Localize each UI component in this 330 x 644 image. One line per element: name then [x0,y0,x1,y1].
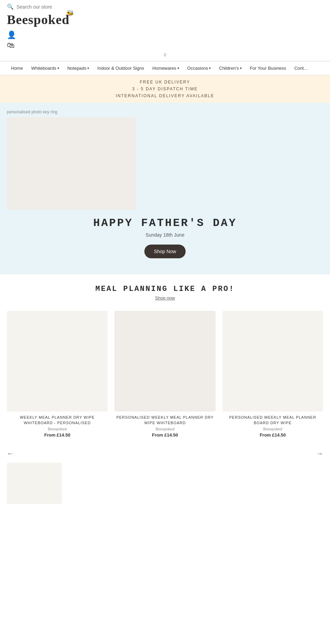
logo-text-label: Beespoked [7,12,69,27]
nav-business[interactable]: For Your Business [246,61,290,75]
product-name-1: WEEKLY MEAL PLANNER DRY WIPE WHITEBOARD … [7,415,108,426]
hero-text: HAPPY FATHER'S DAY Sunday 18th June Shop… [7,217,323,258]
price-value-3: £14.50 [272,432,286,438]
cart-count: 0 [7,53,323,57]
product-name-2: PERSONALISED WEEKLY MEAL PLANNER DRY WIP… [114,415,215,426]
price-prefix-2: From [152,432,163,438]
product-image-2 [114,311,215,411]
nav-home[interactable]: Home [7,61,27,75]
hero-product-image [7,117,136,210]
account-icon[interactable]: 👤 [7,31,323,39]
product-image-1 [7,311,108,411]
bottom-product-area [0,463,330,514]
chevron-down-icon: ▾ [209,66,211,70]
product-brand-3: Beespoked [263,427,282,431]
bee-icon: 🐝 [66,10,74,17]
product-card-3[interactable]: PERSONALISED WEEKLY MEAL PLANNER BOARD D… [222,311,323,438]
products-grid: WEEKLY MEAL PLANNER DRY WIPE WHITEBOARD … [0,304,330,444]
chevron-down-icon: ▾ [240,66,242,70]
meal-section-link[interactable]: Shop now [7,295,323,301]
nav-notepads[interactable]: Notepads▾ [63,61,94,75]
banner-line3: INTERNATIONAL DELIVERY AVAILABLE [0,92,330,99]
main-nav: Home Whiteboards▾ Notepads▾ Indoor & Out… [0,61,330,75]
product-brand-1: Beespoked [48,427,67,431]
banner-line2: 3 - 5 DAY DISPATCH TIME [0,86,330,92]
banner-line1: FREE UK DELIVERY [0,79,330,86]
nav-whiteboards[interactable]: Whiteboards▾ [27,61,63,75]
product-image-3 [222,311,323,411]
header: 🔍 Beespoked 🐝 👤 🛍 0 [0,0,330,61]
price-prefix-3: From [260,432,271,438]
product-card-extra[interactable] [7,463,62,507]
chevron-down-icon: ▾ [57,66,59,70]
meal-section-header: MEAL PLANNING LIKE A PRO! Shop now [0,274,330,304]
product-brand-2: Beespoked [155,427,174,431]
price-prefix-1: From [44,432,56,438]
hero-section: personalised photo key ring HAPPY FATHER… [0,103,330,274]
product-price-3: From £14.50 [260,432,286,438]
price-value-2: £14.50 [164,432,178,438]
nav-childrens[interactable]: Children's▾ [215,61,245,75]
carousel-controls: ← → [0,444,330,463]
product-card-1[interactable]: WEEKLY MEAL PLANNER DRY WIPE WHITEBOARD … [7,311,108,438]
product-price-2: From £14.50 [152,432,178,438]
shop-now-button[interactable]: Shop Now [144,245,186,258]
product-image-extra [7,463,62,504]
product-name-3: PERSONALISED WEEKLY MEAL PLANNER BOARD D… [222,415,323,426]
search-bar[interactable]: 🔍 [7,3,323,10]
logo-area: Beespoked 🐝 [7,13,323,27]
product-card-2[interactable]: PERSONALISED WEEKLY MEAL PLANNER DRY WIP… [114,311,215,438]
logo[interactable]: Beespoked 🐝 [7,13,69,27]
search-icon: 🔍 [7,3,14,10]
meal-section-title: MEAL PLANNING LIKE A PRO! [7,285,323,293]
carousel-next-button[interactable]: → [313,448,327,459]
carousel-prev-button[interactable]: ← [3,448,17,459]
nav-homewares[interactable]: Homewares▾ [148,61,183,75]
hero-title: HAPPY FATHER'S DAY [7,217,323,229]
header-icons: 👤 🛍 0 [7,31,323,57]
nav-occasions[interactable]: Occasions▾ [183,61,215,75]
promo-banner: FREE UK DELIVERY 3 - 5 DAY DISPATCH TIME… [0,75,330,103]
search-input[interactable] [16,4,85,10]
hero-image-label: personalised photo key ring [7,110,57,114]
chevron-down-icon: ▾ [177,66,179,70]
chevron-down-icon: ▾ [87,66,89,70]
bag-icon[interactable]: 🛍 [7,41,323,50]
nav-contact[interactable]: Cont... [290,61,311,75]
price-value-1: £14.50 [57,432,70,438]
nav-signs[interactable]: Indoor & Outdoor Signs [93,61,148,75]
product-price-1: From £14.50 [44,432,70,438]
hero-subtitle: Sunday 18th June [7,232,323,238]
